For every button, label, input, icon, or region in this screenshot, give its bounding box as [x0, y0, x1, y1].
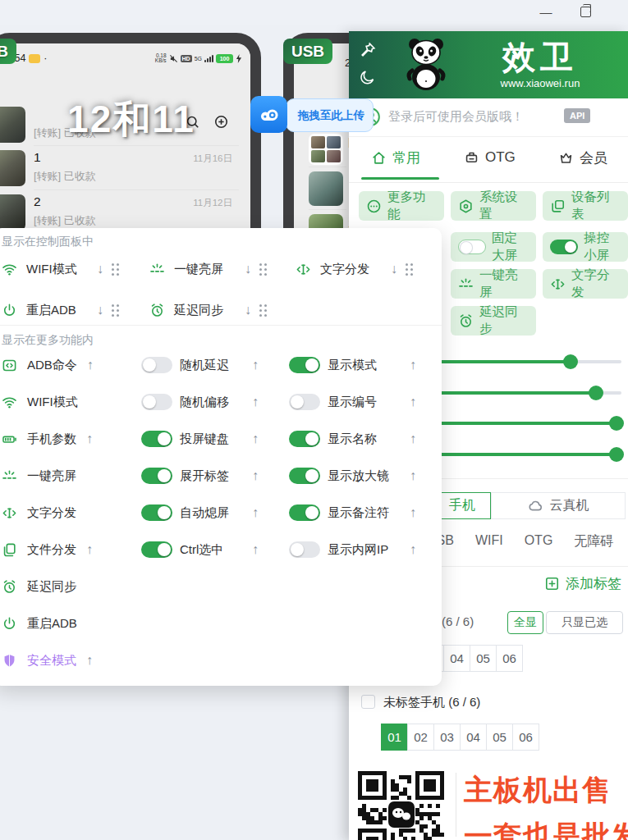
quick-button-操控小屏[interactable]: 操控小屏 — [543, 232, 628, 262]
function-item[interactable]: 延迟同步 — [2, 579, 141, 595]
function-item[interactable]: 文字分发 — [2, 505, 141, 521]
move-up-arrow[interactable]: ↑ — [86, 542, 93, 557]
quick-button-固定大屏[interactable]: 固定大屏 — [451, 232, 536, 262]
toggle-switch[interactable] — [289, 394, 320, 410]
function-item[interactable]: 手机参数↑ — [2, 431, 141, 447]
device-chip-01[interactable]: 01 — [381, 724, 408, 751]
group2-checkbox[interactable] — [361, 695, 375, 709]
api-badge[interactable]: API — [564, 108, 590, 123]
drag-handle-icon[interactable] — [406, 263, 408, 266]
toggle-switch[interactable] — [289, 357, 320, 373]
slider-thumb[interactable] — [609, 447, 624, 462]
function-item[interactable]: ADB命令↑ — [2, 358, 141, 373]
conn-filter-WIFI[interactable]: WIFI — [475, 533, 503, 550]
function-item[interactable]: 随机偏移↑ — [141, 394, 289, 410]
conn-filter-无障碍[interactable]: 无障碍 — [574, 533, 613, 550]
toggle-switch[interactable] — [141, 468, 172, 484]
toggle-switch[interactable] — [141, 541, 172, 558]
move-up-arrow[interactable]: ↑ — [252, 468, 259, 483]
slider-thumb[interactable] — [563, 354, 578, 369]
quick-button-延迟同步[interactable]: 延迟同步 — [451, 306, 536, 336]
function-item[interactable]: 展开标签↑ — [141, 468, 289, 484]
slider-thumb[interactable] — [589, 386, 603, 400]
show-selected-button[interactable]: 只显已选 — [546, 611, 623, 634]
move-down-arrow[interactable]: ↓ — [245, 262, 251, 276]
function-item[interactable]: WIFI模式 — [2, 395, 141, 410]
device-chip-05[interactable]: 05 — [470, 645, 497, 672]
netdisk-upload-icon[interactable] — [250, 96, 287, 133]
move-up-arrow[interactable]: ↑ — [252, 505, 259, 520]
tab-otg[interactable]: OTG — [464, 136, 516, 179]
minimize-button[interactable]: — — [532, 0, 560, 23]
move-up-arrow[interactable]: ↑ — [252, 395, 259, 409]
quick-button-文字分发[interactable]: 文字分发 — [543, 269, 628, 299]
function-item[interactable]: 显示模式↑ — [289, 357, 429, 373]
add-tag-button[interactable]: 添加标签 — [544, 574, 621, 593]
function-item[interactable]: 文件分发↑ — [2, 542, 141, 558]
move-up-arrow[interactable]: ↑ — [410, 431, 416, 446]
chat-row[interactable]: 1 [转账] 已收款 11月16日 — [0, 146, 239, 190]
conn-filter-OTG[interactable]: OTG — [525, 533, 553, 550]
move-up-arrow[interactable]: ↑ — [252, 431, 259, 446]
slider-thumb[interactable] — [609, 416, 624, 431]
move-up-arrow[interactable]: ↑ — [87, 358, 94, 372]
drag-handle-icon[interactable] — [259, 263, 262, 266]
tab-huiyuan[interactable]: 会员 — [558, 136, 607, 179]
device-chip-06[interactable]: 06 — [512, 724, 539, 751]
quick-button-系统设置[interactable]: 系统设置 — [451, 191, 536, 221]
function-item[interactable]: 重启ADB — [2, 616, 141, 632]
move-up-arrow[interactable]: ↑ — [252, 358, 259, 372]
quick-button-设备列表[interactable]: 设备列表 — [543, 191, 628, 221]
device-chip-04[interactable]: 04 — [443, 645, 470, 672]
function-item[interactable]: 自动熄屏↑ — [141, 504, 289, 521]
toggle-switch[interactable] — [550, 240, 578, 254]
move-up-arrow[interactable]: ↑ — [410, 542, 416, 557]
toggle-switch[interactable] — [141, 431, 172, 447]
move-up-arrow[interactable]: ↑ — [252, 542, 259, 557]
toggle-switch[interactable] — [289, 541, 320, 558]
drag-handle-icon[interactable] — [259, 304, 262, 307]
panel-control-item[interactable]: 延迟同步↓ — [149, 295, 291, 325]
function-item[interactable]: 随机延迟↑ — [141, 357, 289, 373]
quick-button-更多功能[interactable]: 更多功能 — [359, 191, 444, 221]
panel-control-item[interactable]: 文字分发↓ — [296, 254, 437, 284]
toggle-switch[interactable] — [289, 468, 320, 484]
tab-changyong[interactable]: 常用 — [371, 136, 420, 179]
device-tab-云真机[interactable]: 云真机 — [491, 492, 626, 519]
toggle-switch[interactable] — [141, 357, 172, 373]
device-chip-06[interactable]: 06 — [496, 645, 523, 672]
move-down-arrow[interactable]: ↓ — [391, 262, 397, 276]
function-item[interactable]: 安全模式↑ — [2, 653, 141, 669]
show-all-button[interactable]: 全显 — [507, 611, 543, 634]
function-item[interactable]: Ctrl选中↑ — [141, 541, 289, 558]
move-down-arrow[interactable]: ↓ — [245, 303, 251, 317]
toggle-switch[interactable] — [141, 504, 172, 521]
pin-icon[interactable] — [359, 41, 377, 59]
function-item[interactable]: 投屏键盘↑ — [141, 431, 289, 447]
device-chip-04[interactable]: 04 — [460, 724, 487, 751]
drag-handle-icon[interactable] — [112, 304, 114, 307]
move-up-arrow[interactable]: ↑ — [410, 358, 416, 372]
quick-button-一键亮屏[interactable]: 一键亮屏 — [451, 269, 536, 299]
move-up-arrow[interactable]: ↑ — [410, 468, 416, 483]
move-up-arrow[interactable]: ↑ — [86, 431, 93, 446]
toggle-switch[interactable] — [141, 394, 172, 410]
panel-control-item[interactable]: WIFI模式↓ — [2, 254, 143, 284]
function-item[interactable]: 显示名称↑ — [289, 431, 429, 447]
login-row[interactable]: 登录后可使用会员版哦！ API — [349, 98, 628, 137]
panel-control-item[interactable]: 重启ADB↓ — [2, 295, 143, 325]
toggle-switch[interactable] — [289, 504, 320, 521]
move-down-arrow[interactable]: ↓ — [97, 303, 103, 317]
toggle-switch[interactable] — [458, 240, 486, 254]
function-item[interactable]: 显示备注符↑ — [289, 504, 429, 521]
function-item[interactable]: 一键亮屏 — [2, 468, 141, 484]
function-item[interactable]: 显示编号↑ — [289, 394, 429, 410]
move-up-arrow[interactable]: ↑ — [410, 395, 416, 409]
drag-handle-icon[interactable] — [112, 263, 114, 266]
move-down-arrow[interactable]: ↓ — [97, 262, 103, 276]
device-chip-03[interactable]: 03 — [433, 724, 461, 751]
move-up-arrow[interactable]: ↑ — [86, 653, 93, 668]
dark-mode-moon-icon[interactable] — [359, 69, 376, 86]
panel-control-item[interactable]: 一键亮屏↓ — [149, 254, 291, 284]
device-chip-02[interactable]: 02 — [407, 724, 434, 751]
